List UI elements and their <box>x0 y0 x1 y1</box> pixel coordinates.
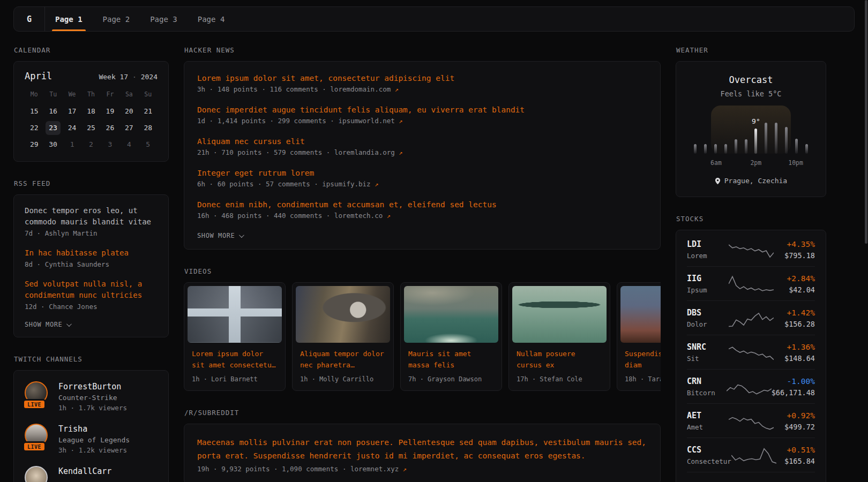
video-meta: 7h · Grayson Dawson <box>408 375 494 383</box>
tab-label: Page 3 <box>150 15 177 24</box>
stock-ticker: AET <box>687 411 729 420</box>
hn-item-meta: 16h · 468 points · 440 comments · loremt… <box>197 212 647 220</box>
external-link-icon[interactable]: ↗ <box>375 180 378 188</box>
tab-page-3[interactable]: Page 3 <box>140 7 188 31</box>
page-tabs: Page 1 Page 2 Page 3 Page 4 <box>45 7 235 31</box>
rss-item: In hac habitasse platea 8d · Cynthia Sau… <box>25 247 158 268</box>
scrollbar-thumb[interactable] <box>865 0 867 244</box>
hn-item: Donec imperdiet augue tincidunt felis al… <box>197 106 647 125</box>
video-card[interactable]: Suspendis diam 18h · Tara <box>617 282 661 391</box>
stock-sparkline <box>729 274 774 293</box>
hn-show-more-button[interactable]: SHOW MORE <box>197 232 647 239</box>
chevron-down-icon <box>239 232 244 238</box>
calendar-day: 30 <box>46 138 61 152</box>
stock-name: Bitcorn <box>687 389 727 397</box>
calendar-day: 3 <box>102 138 117 152</box>
rss-item-title[interactable]: In hac habitasse platea <box>25 247 158 259</box>
stock-name: Sit <box>687 355 729 363</box>
hn-item-meta: 21h · 710 points · 579 comments · loreml… <box>197 148 647 156</box>
external-link-icon[interactable]: ↗ <box>399 117 402 125</box>
stock-ticker: SNRC <box>687 342 729 352</box>
topbar: G Page 1 Page 2 Page 3 Page 4 <box>13 6 855 32</box>
twitch-channel-meta: 3h · 1.2k viewers <box>58 446 130 454</box>
video-card[interactable]: Mauris sit amet massa felis 7h · Grayson… <box>400 282 502 391</box>
video-title: Lorem ipsum dolor sit amet consectetu… <box>192 349 278 371</box>
stock-row: SNRCSit +1.36%$148.64 <box>687 335 815 369</box>
app-logo[interactable]: G <box>14 7 45 31</box>
subreddit-post-title[interactable]: Maecenas mollis pulvinar erat non posuer… <box>197 436 647 463</box>
stock-ticker: CRN <box>687 376 727 386</box>
weather-bar <box>765 123 767 154</box>
hn-item-meta: 6h · 60 points · 57 comments · ipsumify.… <box>197 180 647 188</box>
stock-price: $499.72 <box>774 423 815 431</box>
video-card[interactable]: Aliquam tempor dolor nec pharetra… 1h · … <box>292 282 394 391</box>
stocks-widget: LDILorem +4.35%$795.18 IIGIpsum +2.84%$4… <box>676 230 826 482</box>
hn-item-title[interactable]: Donec imperdiet augue tincidunt felis al… <box>197 106 647 114</box>
external-link-icon[interactable]: ↗ <box>395 86 399 93</box>
tab-page-1[interactable]: Page 1 <box>45 7 93 31</box>
stock-ticker: IIG <box>687 274 729 283</box>
calendar-day-headers: MoTuWeThFrSaSu <box>25 91 158 98</box>
twitch-channel-row[interactable]: KendallCarr <box>25 466 158 482</box>
rss-item-title[interactable]: Sed volutpat nulla nisl, a condimentum n… <box>25 278 158 301</box>
stock-price: $42.04 <box>774 285 815 294</box>
stock-change: +4.35% <box>774 240 815 248</box>
twitch-channel-row[interactable]: LIVE Trisha League of Legends 3h · 1.2k … <box>25 424 158 454</box>
stock-sparkline <box>729 479 774 482</box>
twitch-heading: TWITCH CHANNELS <box>14 355 169 363</box>
video-meta: 18h · Tara <box>625 375 661 383</box>
video-title: Aliquam tempor dolor nec pharetra… <box>300 349 386 371</box>
stock-row: IIGIpsum +2.84%$42.04 <box>687 266 815 300</box>
external-link-icon[interactable]: ↗ <box>399 149 402 156</box>
tab-page-4[interactable]: Page 4 <box>188 7 235 31</box>
stock-ticker: CCS <box>687 445 731 455</box>
rss-item: Donec tempor eros leo, ut commodo mauris… <box>25 205 158 237</box>
external-link-icon[interactable]: ↗ <box>387 212 391 220</box>
calendar-week-year: Week 17 · 2024 <box>99 73 158 81</box>
weather-feels-like: Feels like 5°C <box>689 89 813 98</box>
hn-item: Donec enim nibh, condimentum et accumsan… <box>197 200 647 220</box>
stock-change: +2.84% <box>774 274 815 283</box>
stock-change: +1.42% <box>774 308 815 317</box>
external-link-icon[interactable]: ↗ <box>403 465 407 473</box>
video-card[interactable]: Nullam posuere cursus ex 17h · Stefan Co… <box>508 282 610 391</box>
hn-item-title[interactable]: Aliquam nec cursus elit <box>197 137 647 146</box>
stock-sparkline <box>731 446 776 465</box>
stock-change: +0.92% <box>774 411 815 420</box>
rss-item-title[interactable]: Donec tempor eros leo, ut commodo mauris… <box>25 205 158 228</box>
video-meta: 1h · Molly Carrillo <box>300 375 386 383</box>
rss-item-meta: 8d · Cynthia Saunders <box>25 260 158 268</box>
calendar-day: 1 <box>65 138 80 152</box>
video-card[interactable]: Lorem ipsum dolor sit amet consectetu… 1… <box>184 282 286 391</box>
calendar-day: 4 <box>122 138 137 152</box>
rss-show-more-button[interactable]: SHOW MORE <box>25 321 158 328</box>
calendar-day: 16 <box>46 104 61 118</box>
hn-item-title[interactable]: Integer eget rutrum lorem <box>197 169 647 177</box>
weather-bar <box>704 144 707 154</box>
stock-price: $165.84 <box>776 457 815 465</box>
stock-row: CCSConsectetur +0.51%$165.84 <box>687 438 815 472</box>
video-thumbnail <box>620 286 661 343</box>
weather-condition: Overcast <box>689 74 813 85</box>
stock-name: Ipsum <box>687 286 729 294</box>
weather-hourly-chart: 9° <box>691 106 811 154</box>
calendar-day: 22 <box>27 121 42 135</box>
left-column: CALENDAR April Week 17 · 2024 MoTuWeThFr… <box>13 46 169 482</box>
weather-bar <box>694 144 697 154</box>
stock-change: +1.36% <box>774 343 815 351</box>
stock-name: Lorem <box>687 252 729 260</box>
calendar-day: 2 <box>84 138 99 152</box>
calendar-day: 24 <box>65 121 80 135</box>
calendar-day: 5 <box>140 138 155 152</box>
weather-time-label: 2pm <box>750 159 761 167</box>
stock-name: Dolor <box>687 320 729 328</box>
hn-item-title[interactable]: Lorem ipsum dolor sit amet, consectetur … <box>197 74 647 82</box>
twitch-channel-row[interactable]: LIVE ForrestBurton Counter-Strike 1h · 1… <box>25 381 158 412</box>
stock-sparkline <box>729 343 774 362</box>
hn-item: Aliquam nec cursus elit 21h · 710 points… <box>197 137 647 156</box>
hn-item-title[interactable]: Donec enim nibh, condimentum et accumsan… <box>197 200 647 209</box>
tab-page-2[interactable]: Page 2 <box>93 7 140 31</box>
videos-heading: VIDEOS <box>184 267 661 275</box>
tab-label: Page 2 <box>103 15 130 24</box>
weather-bar: 9° <box>754 129 757 154</box>
